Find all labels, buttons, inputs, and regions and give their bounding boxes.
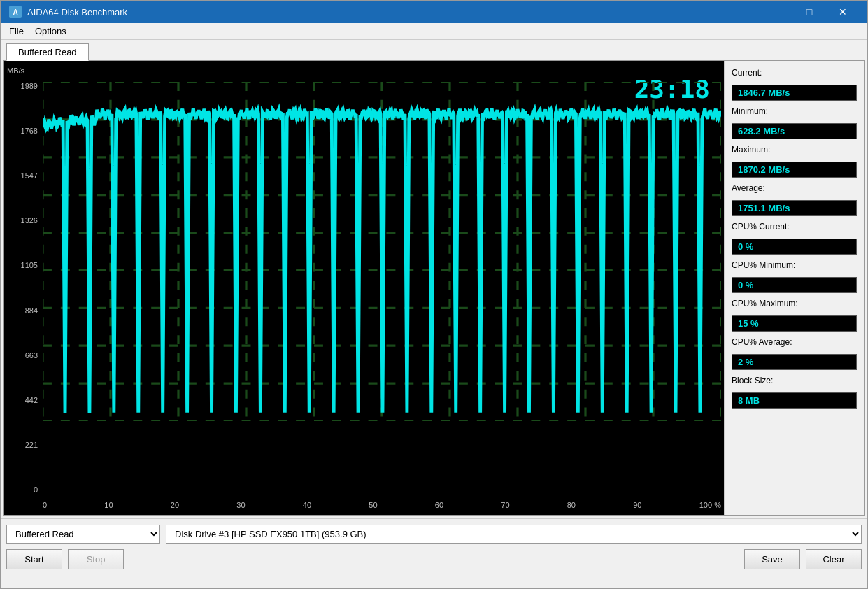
save-button[interactable]: Save <box>744 549 800 569</box>
x-axis: 0 10 20 30 40 50 60 70 80 90 100 % <box>43 501 721 509</box>
y-label-7: 442 <box>7 396 41 404</box>
cpu-minimum-label: CPU% Minimum: <box>732 260 857 270</box>
x-label-8: 80 <box>567 501 576 509</box>
y-label-6: 663 <box>7 351 41 360</box>
current-value: 1846.7 MB/s <box>732 85 857 101</box>
cpu-current-label: CPU% Current: <box>732 222 857 232</box>
x-label-5: 50 <box>369 501 377 509</box>
clear-button[interactable]: Clear <box>806 549 862 569</box>
stats-panel: Current: 1846.7 MB/s Minimum: 628.2 MB/s… <box>724 61 864 515</box>
start-button[interactable]: Start <box>6 549 62 569</box>
minimum-value: 628.2 MB/s <box>732 123 857 139</box>
cpu-maximum-label: CPU% Maximum: <box>732 299 857 308</box>
y-label-2: 1547 <box>7 171 41 180</box>
tab-bar: Buffered Read <box>1 40 867 60</box>
x-label-4: 40 <box>303 501 311 509</box>
app-icon: A <box>9 6 22 18</box>
y-axis: 1989 1768 1547 1326 1105 884 663 442 221… <box>7 82 41 494</box>
maximum-label: Maximum: <box>732 145 857 155</box>
window-controls: — □ ✕ <box>760 2 859 22</box>
y-label-3: 1326 <box>7 216 41 225</box>
y-axis-label: MB/s <box>7 66 24 75</box>
x-label-10: 100 % <box>699 501 721 509</box>
menu-options[interactable]: Options <box>29 24 72 38</box>
window-title: AIDA64 Disk Benchmark <box>27 7 760 17</box>
x-label-2: 20 <box>171 501 179 509</box>
average-value: 1751.1 MB/s <box>732 200 857 216</box>
x-label-6: 60 <box>435 501 443 509</box>
x-label-0: 0 <box>43 501 47 509</box>
bottom-bar: Buffered Read Linear Read Random Read Wr… <box>1 518 867 588</box>
y-label-1: 1768 <box>7 127 41 135</box>
block-size-value: 8 MB <box>732 392 857 409</box>
cpu-average-value: 2 % <box>732 354 857 370</box>
stop-button[interactable]: Stop <box>68 549 124 569</box>
controls-row1: Buffered Read Linear Read Random Read Wr… <box>6 525 862 544</box>
menu-bar: File Options <box>1 23 867 40</box>
y-label-0: 1989 <box>7 82 41 90</box>
minimum-label: Minimum: <box>732 106 857 116</box>
title-bar: A AIDA64 Disk Benchmark — □ ✕ <box>1 1 867 23</box>
disk-select[interactable]: Disk Drive #3 [HP SSD EX950 1TB] (953.9 … <box>166 525 862 544</box>
main-window: A AIDA64 Disk Benchmark — □ ✕ File Optio… <box>0 0 868 589</box>
chart-area: MB/s 1989 1768 1547 1326 1105 884 663 44… <box>4 61 724 515</box>
maximum-value: 1870.2 MB/s <box>732 162 857 178</box>
x-label-9: 90 <box>633 501 641 509</box>
current-label: Current: <box>732 68 857 78</box>
x-label-7: 70 <box>501 501 509 509</box>
x-label-3: 30 <box>236 501 245 509</box>
cpu-maximum-value: 15 % <box>732 315 857 332</box>
close-button[interactable]: ✕ <box>827 2 859 22</box>
minimize-button[interactable]: — <box>760 2 792 22</box>
average-label: Average: <box>732 183 857 193</box>
maximize-button[interactable]: □ <box>793 2 825 22</box>
tab-buffered-read[interactable]: Buffered Read <box>6 43 89 61</box>
chart-svg <box>43 82 721 421</box>
test-type-select[interactable]: Buffered Read Linear Read Random Read Wr… <box>6 525 160 544</box>
menu-file[interactable]: File <box>3 24 29 38</box>
x-label-1: 10 <box>104 501 113 509</box>
y-label-8: 221 <box>7 441 41 449</box>
cpu-minimum-value: 0 % <box>732 277 857 293</box>
main-content: MB/s 1989 1768 1547 1326 1105 884 663 44… <box>3 60 865 516</box>
block-size-label: Block Size: <box>732 376 857 385</box>
y-label-4: 1105 <box>7 261 41 269</box>
y-label-9: 0 <box>7 485 41 494</box>
cpu-average-label: CPU% Average: <box>732 337 857 347</box>
y-label-5: 884 <box>7 306 41 315</box>
cpu-current-value: 0 % <box>732 239 857 255</box>
controls-row2: Start Stop Save Clear <box>6 549 862 569</box>
